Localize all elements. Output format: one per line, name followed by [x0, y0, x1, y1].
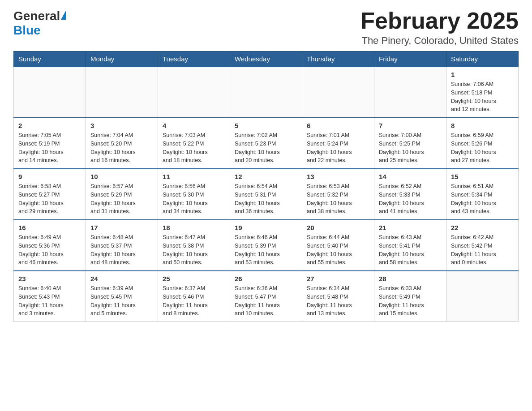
day-info: Sunrise: 6:53 AM Sunset: 5:32 PM Dayligh… — [307, 182, 369, 216]
calendar-cell: 24Sunrise: 6:39 AM Sunset: 5:45 PM Dayli… — [86, 271, 158, 322]
calendar-cell: 5Sunrise: 7:02 AM Sunset: 5:23 PM Daylig… — [230, 118, 302, 169]
day-info: Sunrise: 7:00 AM Sunset: 5:25 PM Dayligh… — [379, 131, 442, 165]
day-number: 20 — [307, 224, 369, 231]
day-number: 5 — [235, 122, 297, 129]
day-info: Sunrise: 7:01 AM Sunset: 5:24 PM Dayligh… — [307, 131, 369, 165]
calendar-cell — [86, 67, 158, 118]
day-number: 18 — [163, 224, 225, 231]
calendar-cell: 17Sunrise: 6:48 AM Sunset: 5:37 PM Dayli… — [86, 220, 158, 271]
day-number: 4 — [163, 122, 225, 129]
month-year-title: February 2025 — [360, 9, 519, 32]
day-info: Sunrise: 6:44 AM Sunset: 5:40 PM Dayligh… — [307, 233, 369, 267]
calendar-cell: 14Sunrise: 6:52 AM Sunset: 5:33 PM Dayli… — [374, 169, 446, 220]
title-block: February 2025 The Pinery, Colorado, Unit… — [360, 9, 519, 47]
day-info: Sunrise: 7:02 AM Sunset: 5:23 PM Dayligh… — [235, 131, 297, 165]
calendar-cell — [14, 67, 86, 118]
calendar-cell: 12Sunrise: 6:54 AM Sunset: 5:31 PM Dayli… — [230, 169, 302, 220]
day-number: 9 — [18, 173, 81, 180]
day-number: 16 — [18, 224, 81, 231]
day-number: 23 — [18, 275, 81, 283]
logo: General Blue — [13, 9, 66, 38]
weekday-header-wednesday: Wednesday — [230, 51, 302, 67]
day-info: Sunrise: 6:48 AM Sunset: 5:37 PM Dayligh… — [90, 233, 153, 267]
day-number: 12 — [235, 173, 297, 180]
day-number: 27 — [307, 275, 369, 283]
weekday-header-thursday: Thursday — [302, 51, 374, 67]
calendar-cell: 6Sunrise: 7:01 AM Sunset: 5:24 PM Daylig… — [302, 118, 374, 169]
day-info: Sunrise: 6:43 AM Sunset: 5:41 PM Dayligh… — [379, 233, 442, 267]
calendar-cell: 15Sunrise: 6:51 AM Sunset: 5:34 PM Dayli… — [446, 169, 519, 220]
day-info: Sunrise: 6:42 AM Sunset: 5:42 PM Dayligh… — [451, 233, 514, 267]
weekday-header-friday: Friday — [374, 51, 446, 67]
day-info: Sunrise: 7:05 AM Sunset: 5:19 PM Dayligh… — [18, 131, 81, 165]
day-info: Sunrise: 6:33 AM Sunset: 5:49 PM Dayligh… — [379, 284, 442, 318]
calendar-cell: 7Sunrise: 7:00 AM Sunset: 5:25 PM Daylig… — [374, 118, 446, 169]
logo-general-text: General — [13, 9, 60, 23]
calendar-cell — [374, 67, 446, 118]
day-info: Sunrise: 7:03 AM Sunset: 5:22 PM Dayligh… — [163, 131, 225, 165]
weekday-header-tuesday: Tuesday — [158, 51, 230, 67]
calendar-cell: 21Sunrise: 6:43 AM Sunset: 5:41 PM Dayli… — [374, 220, 446, 271]
calendar-cell: 16Sunrise: 6:49 AM Sunset: 5:36 PM Dayli… — [14, 220, 86, 271]
day-info: Sunrise: 6:46 AM Sunset: 5:39 PM Dayligh… — [235, 233, 297, 267]
logo-triangle-icon — [61, 10, 66, 20]
location-subtitle: The Pinery, Colorado, United States — [360, 35, 519, 47]
calendar-cell: 1Sunrise: 7:06 AM Sunset: 5:18 PM Daylig… — [446, 67, 519, 118]
calendar-cell: 13Sunrise: 6:53 AM Sunset: 5:32 PM Dayli… — [302, 169, 374, 220]
day-number: 15 — [451, 173, 514, 180]
logo-blue-text: Blue — [13, 23, 41, 38]
day-info: Sunrise: 6:57 AM Sunset: 5:29 PM Dayligh… — [90, 182, 153, 216]
day-number: 2 — [18, 122, 81, 129]
day-info: Sunrise: 7:06 AM Sunset: 5:18 PM Dayligh… — [451, 80, 514, 114]
day-number: 6 — [307, 122, 369, 129]
week-row-5: 23Sunrise: 6:40 AM Sunset: 5:43 PM Dayli… — [14, 271, 519, 322]
calendar-cell — [230, 67, 302, 118]
calendar-cell: 26Sunrise: 6:36 AM Sunset: 5:47 PM Dayli… — [230, 271, 302, 322]
day-info: Sunrise: 6:39 AM Sunset: 5:45 PM Dayligh… — [90, 284, 153, 318]
day-number: 21 — [379, 224, 442, 231]
calendar-cell — [158, 67, 230, 118]
calendar-cell: 22Sunrise: 6:42 AM Sunset: 5:42 PM Dayli… — [446, 220, 519, 271]
day-number: 24 — [90, 275, 153, 283]
day-number: 25 — [163, 275, 225, 283]
day-number: 13 — [307, 173, 369, 180]
day-number: 3 — [90, 122, 153, 129]
calendar-cell — [302, 67, 374, 118]
day-number: 14 — [379, 173, 442, 180]
day-number: 17 — [90, 224, 153, 231]
day-number: 1 — [451, 71, 514, 78]
page-header: General Blue February 2025 The Pinery, C… — [13, 9, 519, 47]
day-info: Sunrise: 6:59 AM Sunset: 5:26 PM Dayligh… — [451, 131, 514, 165]
day-info: Sunrise: 6:40 AM Sunset: 5:43 PM Dayligh… — [18, 284, 81, 318]
week-row-3: 9Sunrise: 6:58 AM Sunset: 5:27 PM Daylig… — [14, 169, 519, 220]
day-number: 7 — [379, 122, 442, 129]
calendar-cell: 9Sunrise: 6:58 AM Sunset: 5:27 PM Daylig… — [14, 169, 86, 220]
day-number: 8 — [451, 122, 514, 129]
calendar-cell: 19Sunrise: 6:46 AM Sunset: 5:39 PM Dayli… — [230, 220, 302, 271]
day-info: Sunrise: 6:56 AM Sunset: 5:30 PM Dayligh… — [163, 182, 225, 216]
calendar-cell: 27Sunrise: 6:34 AM Sunset: 5:48 PM Dayli… — [302, 271, 374, 322]
day-number: 26 — [235, 275, 297, 283]
day-number: 19 — [235, 224, 297, 231]
calendar-cell: 3Sunrise: 7:04 AM Sunset: 5:20 PM Daylig… — [86, 118, 158, 169]
weekday-header-row: SundayMondayTuesdayWednesdayThursdayFrid… — [14, 51, 519, 67]
calendar-cell: 25Sunrise: 6:37 AM Sunset: 5:46 PM Dayli… — [158, 271, 230, 322]
day-info: Sunrise: 6:47 AM Sunset: 5:38 PM Dayligh… — [163, 233, 225, 267]
day-info: Sunrise: 6:52 AM Sunset: 5:33 PM Dayligh… — [379, 182, 442, 216]
week-row-2: 2Sunrise: 7:05 AM Sunset: 5:19 PM Daylig… — [14, 118, 519, 169]
calendar-cell: 4Sunrise: 7:03 AM Sunset: 5:22 PM Daylig… — [158, 118, 230, 169]
day-number: 28 — [379, 275, 442, 283]
day-number: 10 — [90, 173, 153, 180]
day-info: Sunrise: 6:58 AM Sunset: 5:27 PM Dayligh… — [18, 182, 81, 216]
calendar-cell: 23Sunrise: 6:40 AM Sunset: 5:43 PM Dayli… — [14, 271, 86, 322]
calendar-cell: 28Sunrise: 6:33 AM Sunset: 5:49 PM Dayli… — [374, 271, 446, 322]
calendar-cell: 8Sunrise: 6:59 AM Sunset: 5:26 PM Daylig… — [446, 118, 519, 169]
calendar-table: SundayMondayTuesdayWednesdayThursdayFrid… — [13, 51, 519, 322]
calendar-cell: 18Sunrise: 6:47 AM Sunset: 5:38 PM Dayli… — [158, 220, 230, 271]
weekday-header-monday: Monday — [86, 51, 158, 67]
day-number: 11 — [163, 173, 225, 180]
day-info: Sunrise: 6:51 AM Sunset: 5:34 PM Dayligh… — [451, 182, 514, 216]
day-info: Sunrise: 6:36 AM Sunset: 5:47 PM Dayligh… — [235, 284, 297, 318]
weekday-header-sunday: Sunday — [14, 51, 86, 67]
week-row-1: 1Sunrise: 7:06 AM Sunset: 5:18 PM Daylig… — [14, 67, 519, 118]
